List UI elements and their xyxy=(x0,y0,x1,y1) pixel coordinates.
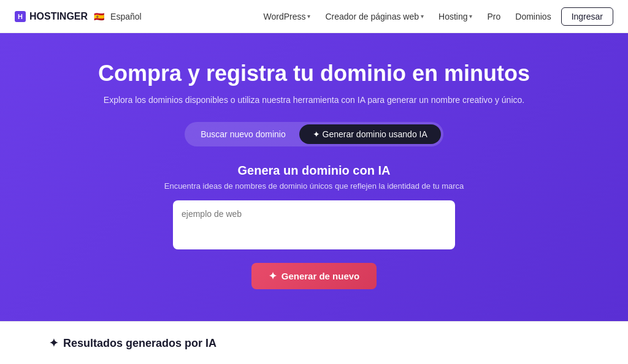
results-spark-icon: ✦ xyxy=(49,336,58,350)
nav-pro[interactable]: Pro xyxy=(482,8,505,25)
navbar: H HOSTINGER 🇪🇸 Español WordPress ▾ Cread… xyxy=(0,0,628,33)
domain-tab-group: Buscar nuevo dominio ✦ Generar dominio u… xyxy=(185,122,443,146)
results-header: ✦ Resultados generados por IA xyxy=(49,336,579,350)
ingresar-button[interactable]: Ingresar xyxy=(561,7,613,26)
nav-right: WordPress ▾ Creador de páginas web ▾ Hos… xyxy=(258,7,613,26)
tab-search-domain[interactable]: Buscar nuevo dominio xyxy=(187,124,299,144)
tab-ai-domain[interactable]: ✦ Generar dominio usando IA xyxy=(299,124,441,144)
logo-icon: H xyxy=(15,11,26,22)
ai-section: Genera un dominio con IA Encuentra ideas… xyxy=(12,164,616,289)
chevron-down-icon: ▾ xyxy=(307,13,310,20)
language-label[interactable]: Español xyxy=(110,12,142,21)
logo[interactable]: H HOSTINGER xyxy=(15,11,88,22)
hero-section: Compra y registra tu dominio en minutos … xyxy=(0,33,628,321)
spark-icon: ✦ xyxy=(269,270,277,282)
chevron-down-icon: ▾ xyxy=(469,13,472,20)
nav-hosting[interactable]: Hosting ▾ xyxy=(434,8,477,25)
language-flag: 🇪🇸 xyxy=(94,12,104,21)
ai-domain-input[interactable] xyxy=(173,200,455,249)
results-section: ✦ Resultados generados por IA 🛡 ejemplo-… xyxy=(0,321,628,364)
generate-button[interactable]: ✦ Generar de nuevo xyxy=(251,263,377,289)
nav-wordpress[interactable]: WordPress ▾ xyxy=(258,8,315,25)
chevron-down-icon: ▾ xyxy=(421,13,424,20)
ai-title: Genera un dominio con IA xyxy=(12,164,616,178)
brand-name: HOSTINGER xyxy=(29,11,88,22)
results-title: Resultados generados por IA xyxy=(63,337,216,350)
hero-title: Compra y registra tu dominio en minutos xyxy=(12,60,616,86)
ai-textarea-wrap xyxy=(173,200,455,252)
nav-left: H HOSTINGER 🇪🇸 Español xyxy=(15,11,142,22)
ai-subtitle: Encuentra ideas de nombres de dominio ún… xyxy=(12,181,616,191)
nav-website-builder[interactable]: Creador de páginas web ▾ xyxy=(320,8,429,25)
hero-subtitle: Explora los dominios disponibles o utili… xyxy=(12,95,616,105)
nav-domains[interactable]: Dominios xyxy=(510,8,556,25)
